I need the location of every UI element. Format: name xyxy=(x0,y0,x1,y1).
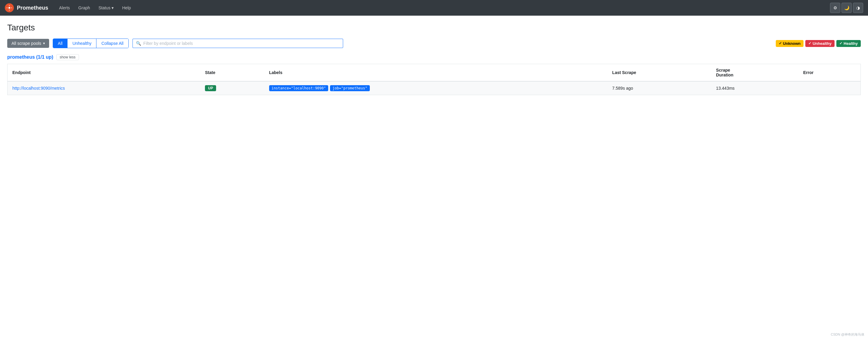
col-state: State xyxy=(200,64,264,81)
page-title: Targets xyxy=(7,23,861,33)
targets-table: Endpoint State Labels Last Scrape Scrape… xyxy=(7,64,861,95)
filter-bar: All scrape pools All Unhealthy Collapse … xyxy=(7,38,861,48)
status-filters: ✓ Unknown ✓ Unhealthy ✓ Healthy xyxy=(776,40,861,47)
search-wrapper: 🔍 xyxy=(132,38,343,48)
show-less-button[interactable]: show less xyxy=(56,54,79,60)
last-scrape-cell: 7.589s ago xyxy=(607,81,711,95)
labels-cell: instance="localhost:9090" job="prometheu… xyxy=(264,81,608,95)
svg-point-1 xyxy=(8,7,10,9)
col-labels: Labels xyxy=(264,64,608,81)
navbar: Prometheus Alerts Graph Status ▾ Help ⚙ … xyxy=(0,0,868,15)
table-row: http://localhost:9090/metrics UP instanc… xyxy=(7,81,861,95)
state-cell: UP xyxy=(200,81,264,95)
brand-name: Prometheus xyxy=(17,5,48,11)
unhealthy-check-icon: ✓ xyxy=(808,41,811,45)
col-error: Error xyxy=(798,64,861,81)
chevron-down-icon: ▾ xyxy=(112,5,114,10)
unknown-check-icon: ✓ xyxy=(779,41,782,45)
dark-mode-button[interactable]: 🌙 xyxy=(841,3,852,13)
endpoint-cell: http://localhost:9090/metrics xyxy=(7,81,200,95)
healthy-check-icon: ✓ xyxy=(839,41,842,45)
unhealthy-filter-label: Unhealthy xyxy=(812,41,832,46)
label-job[interactable]: job="prometheus" xyxy=(330,85,370,91)
collapse-all-button[interactable]: Collapse All xyxy=(96,39,128,48)
scrape-duration-cell: 13.443ms xyxy=(711,81,798,95)
moon-icon: 🌙 xyxy=(844,5,849,10)
healthy-filter-label: Healthy xyxy=(844,41,858,46)
nav-alerts[interactable]: Alerts xyxy=(56,3,73,13)
table-body: http://localhost:9090/metrics UP instanc… xyxy=(7,81,861,95)
unknown-filter-label: Unknown xyxy=(783,41,801,46)
prometheus-section-title[interactable]: prometheus (1/1 up) xyxy=(7,55,53,60)
contrast-button[interactable]: ◑ xyxy=(853,3,863,13)
col-endpoint: Endpoint xyxy=(7,64,200,81)
settings-icon-button[interactable]: ⚙ xyxy=(830,3,840,13)
contrast-icon: ◑ xyxy=(856,5,860,10)
state-badge: UP xyxy=(205,85,216,91)
nav-help[interactable]: Help xyxy=(119,3,134,13)
scrape-pools-dropdown[interactable]: All scrape pools xyxy=(7,39,49,48)
view-mode-group: All Unhealthy Collapse All xyxy=(53,38,129,48)
endpoint-link[interactable]: http://localhost:9090/metrics xyxy=(12,86,65,91)
search-icon: 🔍 xyxy=(136,41,141,46)
search-input[interactable] xyxy=(144,41,340,46)
unhealthy-filter[interactable]: ✓ Unhealthy xyxy=(805,40,835,47)
label-instance[interactable]: instance="localhost:9090" xyxy=(269,85,329,91)
col-scrape-duration: Scrape Duration xyxy=(711,64,798,81)
unknown-filter[interactable]: ✓ Unknown xyxy=(776,40,804,47)
col-last-scrape: Last Scrape xyxy=(607,64,711,81)
navbar-actions: ⚙ 🌙 ◑ xyxy=(830,3,863,13)
gear-icon: ⚙ xyxy=(833,5,837,10)
brand-logo[interactable]: Prometheus xyxy=(5,3,48,12)
healthy-filter[interactable]: ✓ Healthy xyxy=(836,40,861,47)
table-header: Endpoint State Labels Last Scrape Scrape… xyxy=(7,64,861,81)
nav-links: Alerts Graph Status ▾ Help xyxy=(56,3,823,13)
error-cell xyxy=(798,81,861,95)
prometheus-logo-icon xyxy=(5,3,14,12)
prometheus-section-header: prometheus (1/1 up) show less xyxy=(7,54,861,60)
nav-graph[interactable]: Graph xyxy=(75,3,94,13)
main-content: Targets All scrape pools All Unhealthy C… xyxy=(0,15,868,102)
filter-all-button[interactable]: All xyxy=(53,39,68,48)
filter-unhealthy-button[interactable]: Unhealthy xyxy=(67,39,96,48)
nav-status[interactable]: Status ▾ xyxy=(95,3,118,13)
